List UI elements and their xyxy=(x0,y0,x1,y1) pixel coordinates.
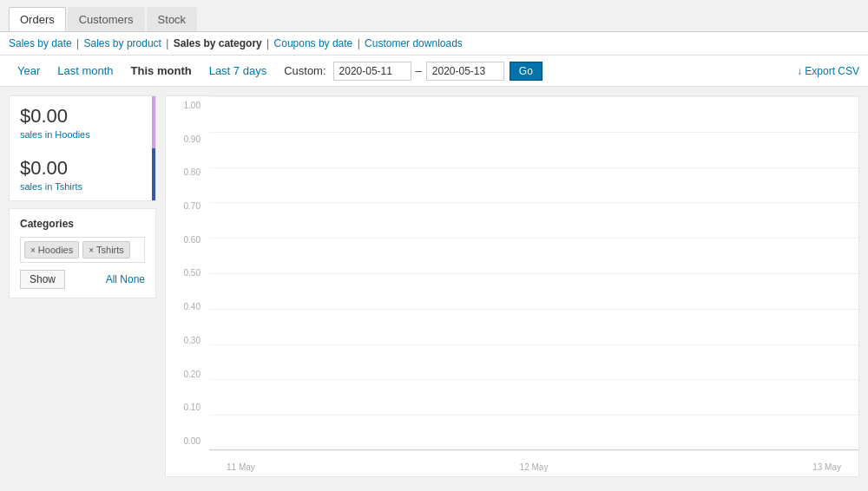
subnav-sep-3: | xyxy=(266,37,272,49)
period-bar: Year Last month This month Last 7 days C… xyxy=(0,56,868,87)
top-tabs-bar: Orders Customers Stock xyxy=(0,0,868,32)
categories-title: Categories xyxy=(20,218,145,230)
y-label-7: 0.30 xyxy=(166,336,205,345)
tab-customers[interactable]: Customers xyxy=(68,7,145,31)
tag-hoodies[interactable]: × Hoodies xyxy=(24,241,79,259)
hoodies-bar xyxy=(152,96,155,148)
period-last-month[interactable]: Last month xyxy=(49,61,122,81)
subnav-coupons-by-date[interactable]: Coupons by date xyxy=(274,37,353,49)
tag-tshirts[interactable]: × Tshirts xyxy=(82,241,130,259)
subnav-sep-4: | xyxy=(358,37,363,49)
subnav-sales-by-category[interactable]: Sales by category xyxy=(174,37,262,49)
sub-nav: Sales by date | Sales by product | Sales… xyxy=(0,32,868,56)
subnav-customer-downloads[interactable]: Customer downloads xyxy=(365,37,463,49)
subnav-sep-2: | xyxy=(166,37,171,49)
tshirts-bar xyxy=(152,148,155,200)
export-csv-button[interactable]: ↓ Export CSV xyxy=(797,65,859,77)
y-axis: 1.00 0.90 0.80 0.70 0.60 0.50 0.40 0.30 … xyxy=(166,96,209,450)
custom-label: Custom: xyxy=(284,64,326,77)
tshirts-label: sales in Tshirts xyxy=(20,181,145,192)
period-this-month[interactable]: This month xyxy=(122,61,201,81)
to-date-input[interactable] xyxy=(426,62,504,81)
period-year[interactable]: Year xyxy=(9,61,49,81)
y-label-4: 0.60 xyxy=(166,235,205,245)
categories-actions: Show All None xyxy=(20,270,145,289)
tab-stock[interactable]: Stock xyxy=(147,7,198,31)
show-button[interactable]: Show xyxy=(20,270,65,289)
y-label-2: 0.80 xyxy=(166,167,205,177)
tag-hoodies-remove[interactable]: × xyxy=(30,245,36,255)
y-label-10: 0.00 xyxy=(166,436,205,446)
hoodies-label: sales in Hoodies xyxy=(20,129,145,140)
tag-tshirts-remove[interactable]: × xyxy=(89,245,94,255)
x-axis: 11 May 12 May 13 May xyxy=(209,462,858,472)
subnav-sales-by-product[interactable]: Sales by product xyxy=(84,37,161,49)
x-label-1: 12 May xyxy=(520,462,549,472)
tab-orders[interactable]: Orders xyxy=(9,7,66,31)
tshirts-amount: $0.00 xyxy=(20,157,145,180)
y-label-9: 0.10 xyxy=(166,403,205,412)
y-label-5: 0.50 xyxy=(166,268,205,278)
chart-line-svg xyxy=(209,96,858,450)
y-label-8: 0.20 xyxy=(166,370,205,379)
categories-box: Categories × Hoodies × Tshirts Show All … xyxy=(9,208,156,298)
date-dash: – xyxy=(416,64,422,77)
hoodies-amount: $0.00 xyxy=(20,105,145,128)
go-button[interactable]: Go xyxy=(510,62,542,81)
y-label-0: 1.00 xyxy=(166,101,205,110)
y-label-6: 0.40 xyxy=(166,302,205,311)
chart-area: 1.00 0.90 0.80 0.70 0.60 0.50 0.40 0.30 … xyxy=(165,95,859,477)
grid-line-10 xyxy=(209,450,858,451)
all-none-link[interactable]: All None xyxy=(106,273,145,285)
period-last-7-days[interactable]: Last 7 days xyxy=(201,61,276,81)
sidebar: $0.00 sales in Hoodies $0.00 sales in Ts… xyxy=(9,95,156,477)
x-label-2: 13 May xyxy=(812,462,841,472)
tag-hoodies-label: Hoodies xyxy=(38,245,73,255)
tag-tshirts-label: Tshirts xyxy=(96,245,124,255)
y-label-1: 0.90 xyxy=(166,134,205,144)
subnav-sales-by-date[interactable]: Sales by date xyxy=(9,37,72,49)
y-label-3: 0.70 xyxy=(166,201,205,211)
stat-hoodies: $0.00 sales in Hoodies xyxy=(9,95,156,148)
tags-area: × Hoodies × Tshirts xyxy=(20,237,145,263)
stat-tshirts: $0.00 sales in Tshirts xyxy=(9,148,156,201)
x-label-0: 11 May xyxy=(227,462,255,472)
subnav-sep-1: | xyxy=(76,37,82,49)
main-content: $0.00 sales in Hoodies $0.00 sales in Ts… xyxy=(0,87,868,486)
from-date-input[interactable] xyxy=(333,62,411,81)
